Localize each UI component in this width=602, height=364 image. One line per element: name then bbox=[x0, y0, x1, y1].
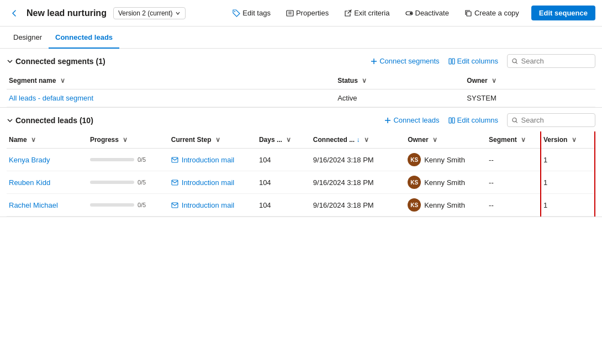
segments-search-box[interactable] bbox=[507, 54, 595, 68]
segments-table: Segment name ∨ Status ∨ Owner ∨ All lead… bbox=[7, 72, 595, 107]
connected-cell: 9/16/2024 3:18 PM bbox=[311, 171, 405, 194]
svg-rect-8 bbox=[452, 59, 455, 64]
col-header-version: Version ∨ bbox=[541, 131, 595, 149]
connected-segments-toggle[interactable]: Connected segments (1) bbox=[7, 57, 105, 66]
edit-columns-leads-label: Edit columns bbox=[457, 116, 498, 124]
connected-leads-toggle[interactable]: Connected leads (10) bbox=[7, 116, 93, 125]
table-row[interactable]: Reuben Kidd 0/5 Introduction mail 104 9/… bbox=[7, 171, 595, 194]
properties-label: Properties bbox=[296, 9, 329, 17]
progress-label: 0/5 bbox=[138, 156, 146, 163]
table-row[interactable]: Rachel Michael 0/5 Introduction mail 104… bbox=[7, 194, 595, 217]
table-row[interactable]: All leads - default segment Active SYSTE… bbox=[7, 89, 595, 107]
progress-label: 0/5 bbox=[138, 202, 146, 208]
edit-tags-button[interactable]: Edit tags bbox=[229, 7, 274, 19]
connect-segments-button[interactable]: Connect segments bbox=[371, 57, 439, 65]
properties-button[interactable]: Properties bbox=[283, 7, 332, 19]
connected-segments-section: Connected segments (1) Connect segments … bbox=[0, 49, 602, 108]
tab-designer[interactable]: Designer bbox=[7, 27, 49, 49]
page-title: New lead nurturing bbox=[27, 8, 107, 18]
days-cell: 104 bbox=[257, 149, 311, 171]
connect-leads-label: Connect leads bbox=[393, 116, 439, 124]
segment-cell: -- bbox=[487, 194, 541, 217]
leads-search-input[interactable] bbox=[521, 116, 590, 124]
table-row[interactable]: Kenya Brady 0/5 Introduction mail 104 9/… bbox=[7, 149, 595, 171]
exit-criteria-button[interactable]: Exit criteria bbox=[341, 7, 393, 19]
svg-point-0 bbox=[234, 11, 235, 12]
sort-icon: ∨ bbox=[492, 77, 497, 85]
connect-segments-label: Connect segments bbox=[379, 57, 439, 65]
leads-table-wrap: Name ∨ Progress ∨ Current Step ∨ Days ..… bbox=[0, 131, 602, 217]
col-header-segment-name: Segment name ∨ bbox=[7, 72, 335, 89]
avatar: KS bbox=[408, 176, 421, 189]
copy-icon bbox=[464, 9, 472, 17]
tabs-bar: Designer Connected leads bbox=[0, 27, 602, 49]
connected-leads-actions: Connect leads Edit columns bbox=[384, 113, 595, 127]
exit-criteria-label: Exit criteria bbox=[354, 9, 389, 17]
edit-tags-label: Edit tags bbox=[242, 9, 271, 17]
owner-name: Kenny Smith bbox=[424, 178, 465, 187]
sort-icon: ∨ bbox=[364, 136, 369, 144]
leads-table: Name ∨ Progress ∨ Current Step ∨ Days ..… bbox=[7, 131, 595, 217]
connected-segments-header: Connected segments (1) Connect segments … bbox=[0, 49, 602, 72]
edit-sequence-button[interactable]: Edit sequence bbox=[531, 6, 595, 20]
columns-icon bbox=[448, 58, 455, 65]
svg-point-9 bbox=[513, 59, 516, 62]
version-cell: 1 bbox=[541, 194, 595, 217]
days-cell: 104 bbox=[257, 171, 311, 194]
version-label: Version 2 (current) bbox=[118, 9, 173, 17]
svg-point-13 bbox=[513, 118, 516, 122]
name-cell: Kenya Brady bbox=[7, 149, 88, 171]
connected-leads-header: Connected leads (10) Connect leads Edit … bbox=[0, 108, 602, 131]
header: New lead nurturing Version 2 (current) E… bbox=[0, 0, 602, 27]
edit-columns-segments-label: Edit columns bbox=[457, 57, 498, 65]
svg-line-14 bbox=[516, 121, 517, 123]
edit-columns-leads-button[interactable]: Edit columns bbox=[448, 116, 498, 124]
svg-rect-7 bbox=[449, 59, 451, 64]
tab-connected-leads[interactable]: Connected leads bbox=[49, 27, 119, 49]
owner-cell: KS Kenny Smith bbox=[405, 149, 487, 171]
status-cell: Active bbox=[335, 89, 464, 107]
svg-rect-11 bbox=[449, 118, 451, 123]
connected-cell: 9/16/2024 3:18 PM bbox=[311, 194, 405, 217]
connected-leads-title: Connected leads (10) bbox=[15, 116, 93, 125]
sort-icon: ∨ bbox=[362, 77, 367, 85]
sort-icon: ∨ bbox=[60, 77, 65, 85]
svg-rect-1 bbox=[287, 10, 293, 16]
col-header-segment: Segment ∨ bbox=[487, 131, 541, 149]
owner-cell: KS Kenny Smith bbox=[405, 171, 487, 194]
create-copy-button[interactable]: Create a copy bbox=[461, 7, 522, 19]
sort-icon: ∨ bbox=[123, 136, 128, 144]
progress-cell: 0/5 bbox=[88, 171, 169, 194]
version-cell: 1 bbox=[541, 171, 595, 194]
connected-segments-actions: Connect segments Edit columns bbox=[371, 54, 595, 68]
progress-cell: 0/5 bbox=[88, 149, 169, 171]
email-icon bbox=[171, 156, 178, 163]
col-header-name: Name ∨ bbox=[7, 131, 88, 149]
avatar: KS bbox=[408, 198, 421, 212]
chevron-down-icon bbox=[7, 58, 13, 65]
name-cell: Rachel Michael bbox=[7, 194, 88, 217]
tag-icon bbox=[233, 9, 240, 17]
svg-rect-6 bbox=[467, 12, 471, 16]
sort-icon: ∨ bbox=[31, 136, 36, 144]
back-button[interactable] bbox=[7, 6, 22, 21]
days-cell: 104 bbox=[257, 194, 311, 217]
segments-search-input[interactable] bbox=[521, 57, 590, 65]
exit-criteria-icon bbox=[344, 9, 352, 17]
header-actions: Edit tags Properties Exit criteria Deact… bbox=[229, 6, 595, 20]
toggle-icon bbox=[405, 9, 413, 17]
sort-icon: ∨ bbox=[432, 136, 437, 144]
edit-columns-segments-button[interactable]: Edit columns bbox=[448, 57, 498, 65]
segment-cell: -- bbox=[487, 149, 541, 171]
current-step-cell: Introduction mail bbox=[169, 171, 257, 194]
col-header-progress: Progress ∨ bbox=[88, 131, 169, 149]
connect-leads-button[interactable]: Connect leads bbox=[384, 116, 439, 124]
search-icon bbox=[512, 117, 518, 124]
version-selector[interactable]: Version 2 (current) bbox=[113, 7, 186, 19]
sort-icon: ∨ bbox=[521, 136, 526, 144]
progress-cell: 0/5 bbox=[88, 194, 169, 217]
svg-rect-12 bbox=[452, 118, 455, 123]
deactivate-button[interactable]: Deactivate bbox=[402, 7, 452, 19]
leads-search-box[interactable] bbox=[507, 113, 595, 127]
name-cell: Reuben Kidd bbox=[7, 171, 88, 194]
